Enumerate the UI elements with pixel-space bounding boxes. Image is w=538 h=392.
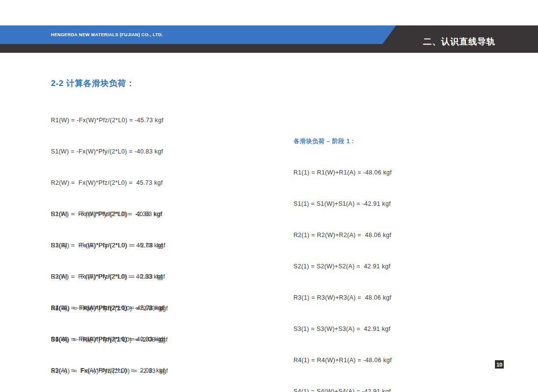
formula-line: S1(-A) = -Fx(-A)*Pfy/(2*L0) = 2.08 kgf: [51, 335, 168, 345]
formula-line: S3(1) = S3(W)+S3(A) = 42.91 kgf: [293, 324, 394, 334]
formula-line: R2(A) = Fx(A)*Pfz/(2*L0) = 2.33 kgf: [51, 272, 166, 282]
company-name: HENGERDA NEW MATERIALS (FUJIAN) CO., LTD…: [51, 25, 163, 44]
formula-line: R2(1) = R2(W)+R2(A) = 48.06 kgf: [293, 230, 394, 240]
formula-line: S1(W) = -Fx(W)*Pfy/(2*L0) = -40.83 kgf: [51, 147, 163, 157]
formula-group-decel-minus-a: R1(-A) = -Fx(-A)*Pfz/(2*L0) = 2.33 kgf S…: [51, 283, 168, 392]
formula-line: R1(1) = R1(W)+R1(A) = -48.06 kgf: [293, 168, 394, 178]
formula-line: R2(-A) = Fx(-A)*Pfz/(2*L0) = -2.33 kgf: [51, 366, 168, 376]
formula-line: R3(1) = R3(W)+R3(A) = 48.06 kgf: [293, 293, 394, 303]
right-column: 各滑块负荷 – 阶段 1 : R1(1) = R1(W)+R1(A) = -48…: [293, 84, 394, 392]
slide-page: HENGERDA NEW MATERIALS (FUJIAN) CO., LTD…: [0, 0, 538, 392]
formula-line: S1(1) = S1(W)+S1(A) = -42.91 kgf: [293, 199, 394, 209]
section-title: 二、认识直线导轨: [423, 25, 495, 55]
formula-line: R1(W) = -Fx(W)*Pfz/(2*L0) = -45.73 kgf: [51, 115, 163, 126]
formula-line: S2(1) = S2(W)+S2(A) = 42.91 kgf: [293, 261, 394, 272]
formula-line: R1(-A) = -Fx(-A)*Pfz/(2*L0) = 2.33 kgf: [51, 304, 168, 314]
stage-1-heading: 各滑块负荷 – 阶段 1 :: [293, 136, 394, 147]
formula-line: S4(1) = S4(W)+S4(A) = -42.91 kgf: [293, 387, 394, 392]
page-title: 2-2 计算各滑块负荷：: [51, 78, 134, 89]
formula-line: S1(A) = -Fx(A)*Pfy/(2*L0) = -2.08 kgf: [51, 240, 166, 251]
stage-1-section: 各滑块负荷 – 阶段 1 : R1(1) = R1(W)+R1(A) = -48…: [293, 115, 394, 392]
formula-line: R2(W) = Fx(W)*Pfz/(2*L0) = 45.73 kgf: [51, 178, 163, 188]
page-number-badge: 10: [495, 360, 504, 369]
formula-line: R1(A) = -Fx(A)*Pfz/(2*L0)= -2.33 kgf: [51, 209, 166, 219]
formula-line: R4(1) = R4(W)+R1(A) = -48.06 kgf: [293, 355, 394, 366]
